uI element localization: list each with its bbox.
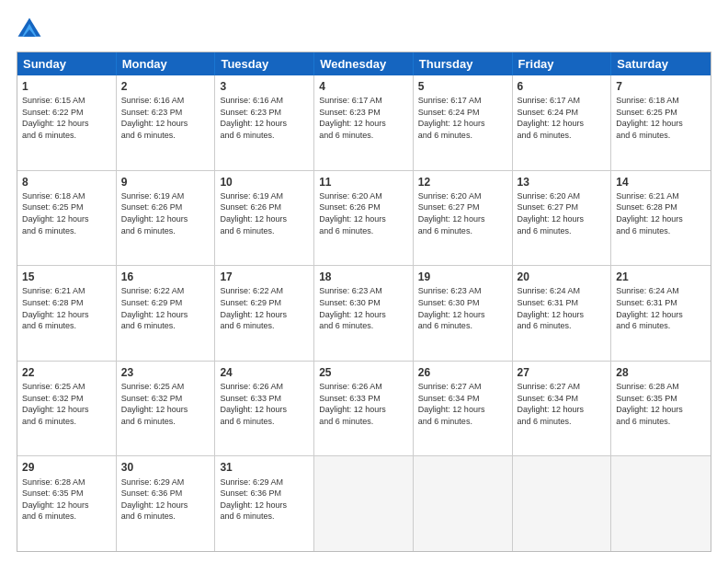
day-info: Sunrise: 6:23 AMSunset: 6:30 PMDaylight:… [418,285,507,331]
calendar-cell: 31Sunrise: 6:29 AMSunset: 6:36 PMDayligh… [215,456,314,551]
day-info: Sunrise: 6:22 AMSunset: 6:29 PMDaylight:… [220,285,309,331]
calendar-cell [611,456,711,551]
day-info: Sunrise: 6:25 AMSunset: 6:32 PMDaylight:… [22,381,111,427]
day-number: 29 [22,460,111,475]
calendar-cell: 2Sunrise: 6:16 AMSunset: 6:23 PMDaylight… [117,75,216,170]
day-number: 12 [418,175,507,190]
calendar-cell: 3Sunrise: 6:16 AMSunset: 6:23 PMDaylight… [215,75,314,170]
header-day-sunday: Sunday [17,52,117,75]
calendar-row-4: 22Sunrise: 6:25 AMSunset: 6:32 PMDayligh… [17,361,711,456]
calendar-cell: 1Sunrise: 6:15 AMSunset: 6:22 PMDaylight… [17,75,117,170]
day-number: 23 [121,365,210,380]
calendar-cell: 30Sunrise: 6:29 AMSunset: 6:36 PMDayligh… [117,456,216,551]
calendar-cell: 25Sunrise: 6:26 AMSunset: 6:33 PMDayligh… [314,362,414,456]
day-number: 22 [22,365,111,380]
calendar-cell: 10Sunrise: 6:19 AMSunset: 6:26 PMDayligh… [215,171,314,266]
day-info: Sunrise: 6:27 AMSunset: 6:34 PMDaylight:… [418,381,507,427]
day-number: 4 [319,79,408,94]
calendar-header: SundayMondayTuesdayWednesdayThursdayFrid… [17,52,711,75]
day-number: 19 [418,270,507,284]
calendar-cell: 11Sunrise: 6:20 AMSunset: 6:26 PMDayligh… [314,171,414,266]
day-info: Sunrise: 6:26 AMSunset: 6:33 PMDaylight:… [220,381,309,427]
calendar-cell: 27Sunrise: 6:27 AMSunset: 6:34 PMDayligh… [513,362,612,456]
calendar-cell: 14Sunrise: 6:21 AMSunset: 6:28 PMDayligh… [611,171,711,266]
day-number: 21 [616,270,706,284]
calendar-cell: 22Sunrise: 6:25 AMSunset: 6:32 PMDayligh… [17,362,117,456]
day-info: Sunrise: 6:16 AMSunset: 6:23 PMDaylight:… [121,95,210,141]
day-info: Sunrise: 6:15 AMSunset: 6:22 PMDaylight:… [22,95,111,141]
day-number: 7 [616,79,706,94]
page: SundayMondayTuesdayWednesdayThursdayFrid… [0,0,728,563]
day-number: 26 [418,365,507,380]
day-info: Sunrise: 6:17 AMSunset: 6:24 PMDaylight:… [418,95,507,141]
calendar-body: 1Sunrise: 6:15 AMSunset: 6:22 PMDaylight… [17,75,711,551]
calendar-cell: 28Sunrise: 6:28 AMSunset: 6:35 PMDayligh… [611,362,711,456]
day-number: 15 [22,270,111,284]
calendar-cell [513,456,612,551]
day-info: Sunrise: 6:28 AMSunset: 6:35 PMDaylight:… [616,381,706,427]
calendar: SundayMondayTuesdayWednesdayThursdayFrid… [17,52,711,552]
day-info: Sunrise: 6:23 AMSunset: 6:30 PMDaylight:… [319,285,408,331]
day-number: 18 [319,270,408,284]
day-info: Sunrise: 6:26 AMSunset: 6:33 PMDaylight:… [319,381,408,427]
calendar-cell: 9Sunrise: 6:19 AMSunset: 6:26 PMDaylight… [117,171,216,266]
calendar-cell: 21Sunrise: 6:24 AMSunset: 6:31 PMDayligh… [611,266,711,361]
header-day-tuesday: Tuesday [215,52,314,75]
calendar-cell: 19Sunrise: 6:23 AMSunset: 6:30 PMDayligh… [414,266,513,361]
calendar-row-5: 29Sunrise: 6:28 AMSunset: 6:35 PMDayligh… [17,455,711,551]
day-number: 11 [319,175,408,190]
day-number: 25 [319,365,408,380]
day-number: 2 [121,79,210,94]
header-day-thursday: Thursday [414,52,513,75]
logo [17,17,46,42]
calendar-cell: 20Sunrise: 6:24 AMSunset: 6:31 PMDayligh… [513,266,612,361]
header-day-monday: Monday [117,52,216,75]
day-info: Sunrise: 6:19 AMSunset: 6:26 PMDaylight:… [121,190,210,236]
calendar-cell: 5Sunrise: 6:17 AMSunset: 6:24 PMDaylight… [414,75,513,170]
day-info: Sunrise: 6:16 AMSunset: 6:23 PMDaylight:… [220,95,309,141]
calendar-cell: 4Sunrise: 6:17 AMSunset: 6:23 PMDaylight… [314,75,414,170]
day-info: Sunrise: 6:28 AMSunset: 6:35 PMDaylight:… [22,477,111,523]
day-info: Sunrise: 6:27 AMSunset: 6:34 PMDaylight:… [518,381,607,427]
calendar-cell: 6Sunrise: 6:17 AMSunset: 6:24 PMDaylight… [513,75,612,170]
day-info: Sunrise: 6:20 AMSunset: 6:27 PMDaylight:… [518,190,607,236]
day-number: 5 [418,79,507,94]
day-number: 6 [518,79,607,94]
calendar-cell: 13Sunrise: 6:20 AMSunset: 6:27 PMDayligh… [513,171,612,266]
day-info: Sunrise: 6:21 AMSunset: 6:28 PMDaylight:… [616,190,706,236]
day-info: Sunrise: 6:18 AMSunset: 6:25 PMDaylight:… [616,95,706,141]
calendar-row-3: 15Sunrise: 6:21 AMSunset: 6:28 PMDayligh… [17,265,711,361]
day-info: Sunrise: 6:24 AMSunset: 6:31 PMDaylight:… [518,285,607,331]
calendar-cell: 26Sunrise: 6:27 AMSunset: 6:34 PMDayligh… [414,362,513,456]
day-number: 9 [121,175,210,190]
calendar-cell [314,456,414,551]
day-info: Sunrise: 6:29 AMSunset: 6:36 PMDaylight:… [121,477,210,523]
day-info: Sunrise: 6:24 AMSunset: 6:31 PMDaylight:… [616,285,706,331]
day-info: Sunrise: 6:19 AMSunset: 6:26 PMDaylight:… [220,190,309,236]
day-number: 28 [616,365,706,380]
calendar-row-2: 8Sunrise: 6:18 AMSunset: 6:25 PMDaylight… [17,170,711,266]
day-number: 3 [220,79,309,94]
day-info: Sunrise: 6:29 AMSunset: 6:36 PMDaylight:… [220,477,309,523]
header-day-wednesday: Wednesday [314,52,414,75]
day-info: Sunrise: 6:17 AMSunset: 6:23 PMDaylight:… [319,95,408,141]
calendar-cell: 15Sunrise: 6:21 AMSunset: 6:28 PMDayligh… [17,266,117,361]
day-number: 20 [518,270,607,284]
header [17,17,711,42]
day-number: 14 [616,175,706,190]
day-info: Sunrise: 6:20 AMSunset: 6:26 PMDaylight:… [319,190,408,236]
header-day-friday: Friday [513,52,612,75]
calendar-cell: 23Sunrise: 6:25 AMSunset: 6:32 PMDayligh… [117,362,216,456]
day-number: 27 [518,365,607,380]
day-number: 24 [220,365,309,380]
day-number: 30 [121,460,210,475]
day-info: Sunrise: 6:17 AMSunset: 6:24 PMDaylight:… [518,95,607,141]
day-number: 13 [518,175,607,190]
calendar-cell: 12Sunrise: 6:20 AMSunset: 6:27 PMDayligh… [414,171,513,266]
calendar-cell: 7Sunrise: 6:18 AMSunset: 6:25 PMDaylight… [611,75,711,170]
calendar-cell: 18Sunrise: 6:23 AMSunset: 6:30 PMDayligh… [314,266,414,361]
logo-icon [17,17,42,42]
calendar-cell: 29Sunrise: 6:28 AMSunset: 6:35 PMDayligh… [17,456,117,551]
calendar-row-1: 1Sunrise: 6:15 AMSunset: 6:22 PMDaylight… [17,75,711,170]
day-number: 16 [121,270,210,284]
